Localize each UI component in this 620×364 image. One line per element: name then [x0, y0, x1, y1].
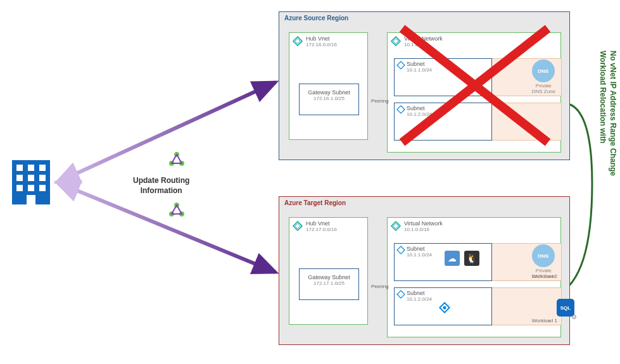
svg-rect-17 [16, 185, 23, 191]
svg-rect-20 [27, 195, 35, 204]
target-subnet-2: Subnet10.1.2.0/24 [394, 287, 492, 325]
target-hub-vnet: Hub Vnet 172.17.0.0/16 Gateway Subnet 17… [289, 217, 368, 325]
subnet-icon [396, 246, 405, 254]
source-hub-vnet: Hub Vnet 172.16.0.0/16 Gateway Subnet 17… [289, 32, 368, 140]
svg-marker-38 [393, 223, 398, 229]
vnet-icon [390, 35, 402, 47]
source-spoke-vnet: Virtual Network 10.1.0.0/16 Subnet10.1.1… [387, 32, 561, 153]
svg-marker-37 [391, 222, 400, 230]
target-region-title: Azure Target Region [284, 199, 346, 206]
svg-marker-39 [397, 246, 405, 254]
source-dns-zone: DNS Private DNS Zone [532, 60, 555, 95]
target-gateway-subnet: Gateway Subnet 172.17.1.0/25 [299, 268, 359, 300]
subnet-icon [396, 290, 405, 299]
relocation-arrow-label: No vNet IP Address Range Change Workload… [598, 51, 617, 176]
onprem-building-icon [9, 157, 53, 208]
network-icon-top [168, 151, 186, 168]
svg-marker-32 [397, 106, 405, 113]
network-icon-bottom [168, 201, 186, 219]
vnet-icon [292, 220, 303, 232]
svg-rect-18 [28, 185, 34, 191]
svg-marker-29 [391, 37, 400, 46]
svg-rect-15 [28, 175, 34, 181]
target-peering-label: Peering [371, 284, 389, 289]
svg-rect-19 [39, 185, 46, 191]
vnet-icon [292, 35, 303, 47]
vnet-icon [390, 220, 402, 232]
svg-marker-35 [293, 222, 302, 230]
cloud-vm-icon [445, 251, 460, 266]
svg-marker-36 [295, 223, 300, 229]
sql-database-icon: SQL ⚙ [557, 299, 574, 319]
svg-marker-28 [295, 39, 300, 44]
dns-icon: DNS [532, 60, 555, 82]
source-peering-label: Peering [371, 98, 389, 104]
source-subnet-1: Subnet10.1.1.0/24 [394, 58, 492, 96]
svg-marker-27 [293, 37, 302, 46]
svg-rect-16 [39, 175, 46, 181]
svg-rect-14 [16, 175, 23, 181]
dns-icon: DNS [532, 244, 555, 267]
subnet-icon [396, 105, 405, 114]
source-region-title: Azure Source Region [284, 15, 348, 22]
target-spoke-vnet: Virtual Network 10.1.0.0/16 Workload 2 W… [387, 217, 561, 337]
svg-marker-31 [397, 61, 405, 69]
linux-vm-icon [464, 251, 479, 266]
svg-marker-40 [397, 291, 405, 298]
svg-line-6 [57, 182, 275, 272]
target-dns-zone: DNS Private DNS Zone [532, 244, 555, 280]
svg-line-5 [57, 82, 275, 182]
subnet-icon [396, 61, 405, 70]
routing-label: Update Routing Information [133, 176, 189, 196]
source-subnet-2: Subnet10.1.2.0/24 [394, 103, 492, 141]
svg-marker-30 [393, 39, 398, 44]
api-mgmt-icon [439, 302, 450, 313]
svg-rect-13 [39, 165, 46, 171]
target-vm-icons [443, 248, 481, 270]
source-region: Azure Source Region Hub Vnet 172.16.0.0/… [279, 11, 570, 160]
svg-point-42 [443, 306, 446, 309]
svg-rect-12 [28, 165, 34, 171]
target-region: Azure Target Region Hub Vnet 172.17.0.0/… [279, 196, 570, 345]
source-gateway-subnet: Gateway Subnet 172.16.1.0/25 [299, 84, 359, 115]
svg-rect-11 [16, 165, 23, 171]
